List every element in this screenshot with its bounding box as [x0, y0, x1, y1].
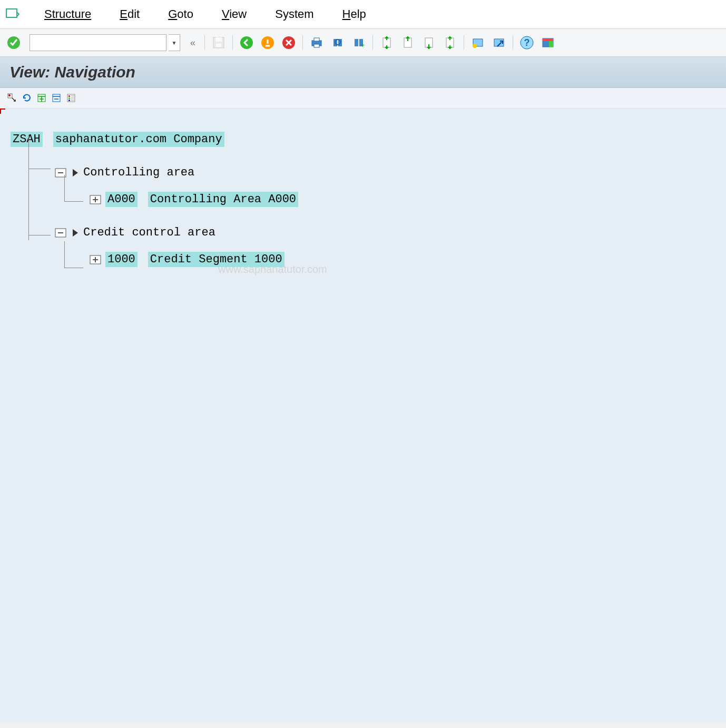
tree-root[interactable]: ZSAH saphanatutor.com Company: [11, 132, 715, 147]
root-code: ZSAH: [11, 132, 43, 147]
command-field[interactable]: [30, 34, 166, 51]
find-next-icon[interactable]: +: [349, 33, 368, 52]
collapse-all-icon[interactable]: [50, 91, 63, 105]
child-code: 1000: [105, 252, 138, 267]
svg-point-22: [473, 44, 477, 48]
svg-rect-36: [68, 100, 70, 101]
layout-icon[interactable]: [538, 33, 557, 52]
menu-system[interactable]: System: [266, 4, 323, 24]
help-icon[interactable]: ?: [517, 33, 536, 52]
toolbar: ▼ « + ?: [0, 29, 726, 57]
folder-collapse-icon[interactable]: [54, 227, 67, 239]
enter-button[interactable]: [4, 33, 23, 52]
node-label: Controlling area: [83, 166, 194, 179]
svg-rect-4: [216, 44, 221, 47]
menu-edit[interactable]: Edit: [110, 4, 149, 24]
last-page-icon[interactable]: [440, 33, 459, 52]
folder-collapse-icon[interactable]: [54, 167, 67, 179]
folder-expand-icon[interactable]: [89, 194, 102, 205]
expand-all-icon[interactable]: [35, 91, 48, 105]
menu-dropdown-icon[interactable]: [4, 6, 21, 23]
tree-child-a000[interactable]: A000 Controlling Area A000: [89, 192, 715, 207]
expand-triangle-icon[interactable]: [73, 169, 78, 176]
menu-structure[interactable]: Structure: [35, 4, 101, 24]
svg-rect-32: [53, 94, 60, 102]
menubar: Structure Edit Goto View System Help: [0, 0, 726, 29]
svg-point-30: [8, 94, 11, 96]
exit-icon[interactable]: [258, 33, 277, 52]
svg-text:?: ?: [524, 37, 530, 48]
svg-rect-28: [549, 41, 553, 47]
menu-goto[interactable]: Goto: [159, 4, 203, 24]
child-desc: Controlling Area A000: [148, 192, 298, 207]
first-page-icon[interactable]: [377, 33, 396, 52]
root-desc: saphanatutor.com Company: [53, 132, 224, 147]
svg-point-5: [240, 36, 253, 49]
menu-help[interactable]: Help: [333, 4, 376, 24]
cancel-icon[interactable]: [279, 33, 298, 52]
svg-rect-14: [355, 39, 358, 46]
svg-rect-35: [68, 97, 70, 99]
title-bar: View: Navigation: [0, 57, 726, 88]
command-dropdown-icon[interactable]: ▼: [169, 34, 180, 51]
child-desc: Credit Segment 1000: [148, 252, 284, 267]
back-icon[interactable]: [237, 33, 256, 52]
corner-mark: [0, 109, 5, 114]
tree: ZSAH saphanatutor.com Company Controllin…: [7, 116, 719, 276]
tree-child-1000[interactable]: 1000 Credit Segment 1000: [89, 252, 715, 267]
find-icon[interactable]: [328, 33, 347, 52]
collapse-command-icon[interactable]: «: [185, 37, 200, 48]
svg-text:+: +: [361, 42, 365, 49]
legend-icon[interactable]: [64, 91, 78, 105]
main-area: ZSAH saphanatutor.com Company Controllin…: [0, 109, 726, 723]
next-page-icon[interactable]: [419, 33, 438, 52]
tree-node-credit-control-area[interactable]: Credit control area: [54, 226, 715, 239]
folder-expand-icon[interactable]: [89, 254, 102, 265]
expand-triangle-icon[interactable]: [73, 229, 78, 237]
tree-node-controlling-area[interactable]: Controlling area: [54, 166, 715, 179]
node-label: Credit control area: [83, 226, 215, 239]
svg-rect-27: [543, 38, 553, 41]
svg-rect-0: [6, 9, 17, 17]
page-title: View: Navigation: [9, 63, 717, 81]
shortcut-icon[interactable]: [489, 33, 508, 52]
app-toolbar: [0, 88, 726, 109]
refresh-icon[interactable]: [20, 91, 34, 105]
svg-rect-9: [314, 38, 319, 41]
svg-rect-3: [215, 37, 222, 42]
menu-view[interactable]: View: [212, 4, 256, 24]
prev-page-icon[interactable]: [398, 33, 417, 52]
child-code: A000: [105, 192, 138, 207]
print-icon[interactable]: [307, 33, 326, 52]
svg-rect-10: [314, 44, 319, 47]
save-icon: [209, 33, 228, 52]
svg-rect-34: [68, 95, 70, 97]
new-session-icon[interactable]: [468, 33, 487, 52]
select-icon[interactable]: [5, 91, 19, 105]
